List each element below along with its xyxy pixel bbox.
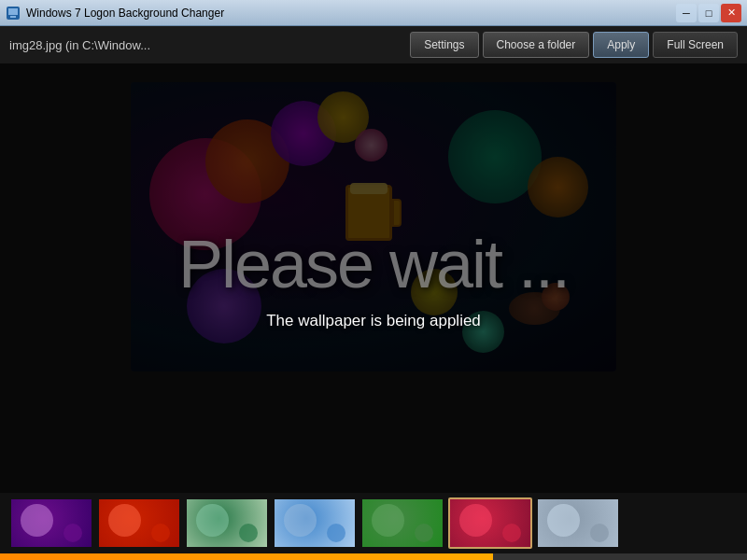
app-icon bbox=[6, 6, 21, 21]
progress-bar bbox=[0, 553, 493, 560]
thumbnail-item[interactable] bbox=[9, 497, 93, 549]
fullscreen-button[interactable]: Full Screen bbox=[653, 32, 738, 58]
choose-folder-button[interactable]: Choose a folder bbox=[483, 32, 590, 58]
close-button[interactable]: ✕ bbox=[721, 4, 741, 22]
thumbnail-item[interactable] bbox=[97, 497, 181, 549]
maximize-button[interactable]: □ bbox=[698, 4, 719, 22]
thumbnail-item[interactable] bbox=[360, 497, 444, 549]
window-controls: ─ □ ✕ bbox=[676, 4, 741, 22]
svg-rect-1 bbox=[8, 8, 18, 15]
file-label: img28.jpg (in C:\Window... bbox=[9, 38, 406, 52]
loading-overlay: Please wait ... The wallpaper is being a… bbox=[0, 63, 747, 493]
minimize-button[interactable]: ─ bbox=[676, 4, 697, 22]
thumbnail-item[interactable] bbox=[185, 497, 269, 549]
settings-button[interactable]: Settings bbox=[410, 32, 478, 58]
progress-container bbox=[0, 553, 747, 560]
sub-status-text: The wallpaper is being applied bbox=[266, 312, 481, 330]
main-preview-area: Please wait ... The wallpaper is being a… bbox=[0, 63, 747, 493]
thumbnail-item[interactable] bbox=[448, 497, 532, 549]
toolbar: img28.jpg (in C:\Window... Settings Choo… bbox=[0, 26, 747, 63]
thumbnail-strip bbox=[0, 493, 747, 553]
title-bar: Windows 7 Logon Background Changer ─ □ ✕ bbox=[0, 0, 747, 26]
apply-button[interactable]: Apply bbox=[593, 32, 649, 58]
app-title: Windows 7 Logon Background Changer bbox=[26, 7, 676, 20]
please-wait-text: Please wait ... bbox=[178, 226, 569, 302]
thumbnail-item[interactable] bbox=[536, 497, 620, 549]
svg-rect-2 bbox=[10, 16, 16, 18]
thumbnail-item[interactable] bbox=[273, 497, 357, 549]
